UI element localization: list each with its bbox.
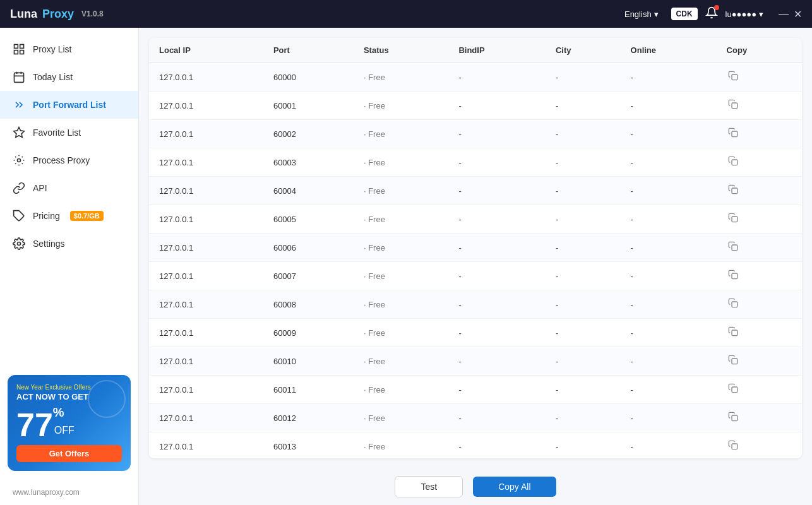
sidebar-label-favorite-list: Favorite List [33,128,81,138]
sidebar-label-pricing: Pricing [33,211,60,221]
cell-bindip: - [448,234,546,262]
pricing-badge: $0.7/GB [70,211,104,221]
cell-status: · Free [354,177,449,205]
copy-row-button[interactable] [727,297,739,312]
close-button[interactable]: ✕ [794,8,802,20]
table-row: 127.0.0.1 60006 · Free - - - [149,234,802,262]
promo-percent: 77 [16,408,53,441]
copy-row-button[interactable] [727,410,739,425]
cell-copy [717,432,802,459]
cell-ip: 127.0.0.1 [149,376,263,404]
cell-port: 60003 [263,148,354,177]
sidebar-nav: Proxy List Today List Port Forward List … [0,28,138,367]
get-offers-button[interactable]: Get Offers [16,445,122,462]
svg-rect-21 [732,330,737,336]
proxy-table-container: Local IP Port Status BindIP City Online … [149,38,802,458]
col-copy: Copy [717,38,802,63]
cell-city: - [546,347,621,376]
copy-row-button[interactable] [727,183,739,198]
app-version: V1.0.8 [81,9,104,18]
copy-row-button[interactable] [727,211,739,227]
cell-city: - [546,177,621,205]
cell-port: 60004 [263,177,354,205]
copy-row-button[interactable] [727,439,739,454]
cell-port: 60007 [263,262,354,290]
language-selector[interactable]: English ▾ [619,7,664,21]
cell-ip: 127.0.0.1 [149,432,263,459]
cell-city: - [546,120,621,148]
window-controls: — ✕ [779,8,802,20]
table-row: 127.0.0.1 60007 · Free - - - [149,262,802,290]
user-menu[interactable]: lu●●●●● ▾ [725,9,763,19]
sidebar-item-api[interactable]: API [0,174,138,202]
cell-port: 60001 [263,92,354,120]
promo-banner: New Year Exclusive Offers ACT NOW TO GET… [8,375,131,471]
cdk-button[interactable]: CDK [671,8,698,20]
sidebar-item-settings[interactable]: Settings [0,230,138,258]
sidebar-item-today-list[interactable]: Today List [0,63,138,91]
copy-row-button[interactable] [727,325,739,340]
cell-ip: 127.0.0.1 [149,290,263,319]
cell-bindip: - [448,319,546,347]
sidebar-item-pricing[interactable]: Pricing $0.7/GB [0,202,138,230]
minimize-button[interactable]: — [779,8,789,20]
cell-online: - [621,347,717,376]
table-header-row: Local IP Port Status BindIP City Online … [149,38,802,63]
cell-online: - [621,319,717,347]
copy-row-button[interactable] [727,126,739,141]
svg-rect-23 [732,387,737,393]
svg-rect-19 [732,273,737,279]
cell-city: - [546,234,621,262]
copy-row-button[interactable] [727,98,739,113]
svg-rect-24 [732,415,737,421]
col-online: Online [621,38,717,63]
table-body: 127.0.0.1 60000 · Free - - - 127.0.0.1 6… [149,63,802,459]
user-name: lu●●●●● [725,9,756,19]
cell-copy [717,262,802,290]
cell-status: · Free [354,148,449,177]
cell-city: - [546,319,621,347]
cell-bindip: - [448,63,546,92]
cell-port: 60009 [263,319,354,347]
cell-ip: 127.0.0.1 [149,148,263,177]
chevron-down-icon: ▾ [654,9,659,19]
notification-bell[interactable] [705,6,718,21]
cell-city: - [546,432,621,459]
cell-status: · Free [354,63,449,92]
copy-row-button[interactable] [727,354,739,369]
cell-city: - [546,290,621,319]
sidebar-item-port-forward-list[interactable]: Port Forward List [0,91,138,119]
cell-copy [717,205,802,234]
cell-port: 60005 [263,205,354,234]
sidebar-footer: www.lunaproxy.com [0,478,138,505]
cell-bindip: - [448,177,546,205]
cell-city: - [546,148,621,177]
cell-copy [717,234,802,262]
cell-ip: 127.0.0.1 [149,319,263,347]
test-button[interactable]: Test [395,476,463,497]
sidebar-item-process-proxy[interactable]: Process Proxy [0,146,138,174]
sidebar: Proxy List Today List Port Forward List … [0,28,139,505]
copy-row-button[interactable] [727,155,739,170]
sidebar-item-proxy-list[interactable]: Proxy List [0,35,138,63]
cell-city: - [546,376,621,404]
cell-online: - [621,290,717,319]
cell-online: - [621,376,717,404]
cell-ip: 127.0.0.1 [149,234,263,262]
website-link[interactable]: www.lunaproxy.com [13,488,80,497]
copy-row-button[interactable] [727,268,739,283]
promo-decoration [88,380,126,418]
title-bar: LunaProxy V1.0.8 English ▾ CDK lu●●●●● ▾… [0,0,812,28]
cell-copy [717,319,802,347]
cell-city: - [546,404,621,432]
cell-port: 60011 [263,376,354,404]
copy-all-button[interactable]: Copy All [473,477,556,497]
copy-row-button[interactable] [727,69,739,85]
table-row: 127.0.0.1 60010 · Free - - - [149,347,802,376]
copy-row-button[interactable] [727,240,739,255]
copy-row-button[interactable] [727,382,739,397]
sidebar-item-favorite-list[interactable]: Favorite List [0,119,138,146]
svg-rect-25 [732,444,737,449]
notification-dot [714,5,719,10]
cell-online: - [621,92,717,120]
